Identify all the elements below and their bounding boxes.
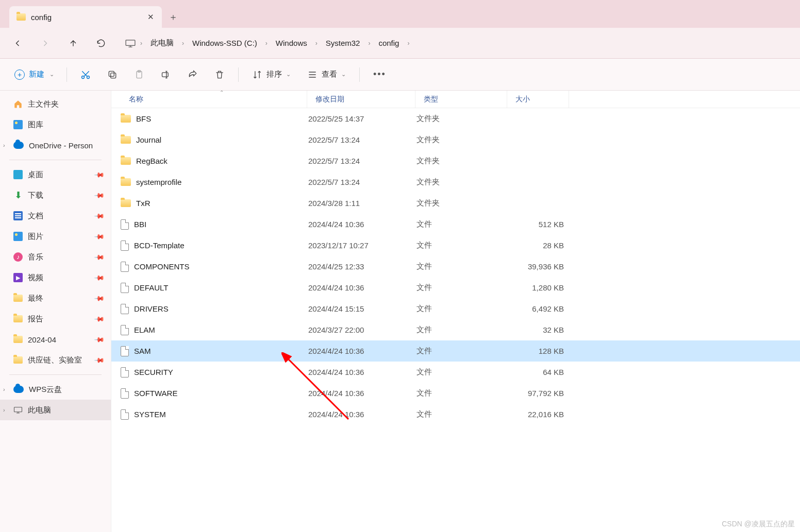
file-row[interactable]: ELAM 2024/3/27 22:00 文件 32 KB	[111, 319, 800, 340]
chevron-right-icon[interactable]: ›	[364, 40, 374, 47]
close-tab-button[interactable]: ✕	[143, 10, 158, 24]
file-type: 文件	[416, 346, 508, 356]
file-row[interactable]: SECURITY 2024/4/24 10:36 文件 64 KB	[111, 362, 800, 383]
sidebar-item-label: 供应链、实验室	[28, 355, 82, 365]
column-header-type[interactable]: 类型	[415, 91, 507, 108]
sidebar-item[interactable]: 最终 📌	[0, 288, 111, 308]
file-row[interactable]: COMPONENTS 2024/4/25 12:33 文件 39,936 KB	[111, 256, 800, 277]
file-icon	[121, 325, 129, 335]
sidebar-item[interactable]: ⬇ 下载 📌	[0, 185, 111, 205]
new-tab-button[interactable]: ＋	[162, 6, 185, 28]
file-type: 文件夹	[416, 156, 508, 166]
sidebar-item[interactable]: 文档 📌	[0, 205, 111, 226]
chevron-right-icon: ›	[3, 386, 5, 392]
sidebar-item-label: 桌面	[28, 170, 43, 180]
file-name: SOFTWARE	[134, 389, 177, 398]
column-header-name[interactable]: 名称	[111, 91, 307, 108]
sidebar-item[interactable]: 桌面 📌	[0, 164, 111, 185]
back-button[interactable]	[4, 33, 31, 54]
share-button[interactable]	[179, 64, 206, 85]
breadcrumb-seg[interactable]: Windows-SSD (C:)	[188, 36, 261, 50]
cut-button[interactable]	[72, 64, 99, 85]
file-icon	[121, 367, 129, 377]
file-row[interactable]: BBI 2024/4/24 10:36 文件 512 KB	[111, 214, 800, 235]
file-size: 28 KB	[508, 241, 564, 250]
new-button[interactable]: + 新建 ⌄	[7, 64, 61, 85]
browser-tab[interactable]: config ✕	[9, 6, 162, 28]
file-row[interactable]: SOFTWARE 2024/4/24 10:36 文件 97,792 KB	[111, 383, 800, 404]
sidebar-item[interactable]: 2024-04 📌	[0, 329, 111, 350]
file-row[interactable]: DRIVERS 2024/4/24 15:15 文件 6,492 KB	[111, 298, 800, 319]
file-date: 2024/4/24 10:36	[308, 410, 416, 419]
sidebar-item[interactable]: ♪ 音乐 📌	[0, 247, 111, 267]
file-type: 文件	[416, 367, 508, 377]
refresh-button[interactable]	[88, 33, 114, 54]
tab-title: config	[31, 13, 143, 22]
file-type: 文件	[416, 262, 508, 271]
file-row[interactable]: systemprofile 2022/5/7 13:24 文件夹	[111, 171, 800, 193]
chevron-right-icon: ›	[3, 142, 5, 148]
file-type: 文件	[416, 388, 508, 398]
sidebar-item[interactable]: 图片 📌	[0, 226, 111, 247]
sidebar-item[interactable]: › 此电脑	[0, 400, 111, 420]
sidebar-item[interactable]: › WPS云盘	[0, 379, 111, 400]
file-name: BFS	[136, 114, 151, 123]
pin-icon: 📌	[94, 169, 105, 180]
forward-button[interactable]	[32, 33, 59, 54]
pin-icon: 📌	[94, 313, 105, 324]
file-row[interactable]: RegBack 2022/5/7 13:24 文件夹	[111, 150, 800, 171]
file-row[interactable]: Journal 2022/5/7 13:24 文件夹	[111, 129, 800, 150]
file-name: BCD-Template	[134, 241, 185, 250]
address-bar: › 此电脑 › Windows-SSD (C:) › Windows › Sys…	[0, 28, 800, 59]
copy-button[interactable]	[99, 64, 126, 85]
sidebar-item[interactable]: 报告 📌	[0, 308, 111, 329]
sidebar-item[interactable]: ▶ 视频 📌	[0, 267, 111, 288]
watermark: CSDN @凌晨五点的星	[722, 520, 795, 529]
file-date: 2024/4/24 10:36	[308, 347, 416, 355]
column-header-date[interactable]: 修改日期	[307, 91, 415, 108]
chevron-right-icon[interactable]: ›	[178, 40, 188, 47]
sidebar-item[interactable]: › OneDrive - Person	[0, 135, 111, 156]
paste-button[interactable]	[126, 64, 153, 85]
delete-button[interactable]	[206, 64, 233, 85]
file-row[interactable]: BFS 2022/5/25 14:37 文件夹	[111, 108, 800, 129]
file-icon	[121, 219, 129, 230]
column-header-size[interactable]: 大小	[507, 91, 569, 108]
sidebar-item-label: WPS云盘	[29, 385, 62, 394]
breadcrumb-seg[interactable]: Windows	[272, 36, 311, 50]
file-row[interactable]: DEFAULT 2024/4/24 10:36 文件 1,280 KB	[111, 277, 800, 298]
file-row[interactable]: SYSTEM 2024/4/24 10:36 文件 22,016 KB	[111, 404, 800, 425]
breadcrumb[interactable]: › 此电脑 › Windows-SSD (C:) › Windows › Sys…	[121, 33, 796, 54]
more-button[interactable]: •••	[365, 64, 394, 85]
file-row[interactable]: SAM 2024/4/24 10:36 文件 128 KB	[111, 340, 800, 362]
svg-rect-0	[126, 40, 135, 45]
pin-icon: 📌	[94, 210, 105, 221]
sidebar-item-label: 音乐	[28, 252, 43, 262]
svg-rect-3	[111, 73, 116, 78]
chevron-right-icon[interactable]: ›	[261, 40, 272, 47]
column-headers: ⌃ 名称 修改日期 类型 大小	[111, 91, 800, 108]
file-type: 文件夹	[416, 135, 508, 145]
breadcrumb-seg[interactable]: config	[374, 36, 403, 50]
file-name: SAM	[134, 347, 151, 355]
pin-icon: 📌	[94, 251, 105, 263]
breadcrumb-seg[interactable]: System32	[322, 36, 364, 50]
up-button[interactable]	[60, 33, 87, 54]
chevron-right-icon[interactable]: ›	[311, 40, 322, 47]
file-row[interactable]: TxR 2024/3/28 1:11 文件夹	[111, 193, 800, 214]
chevron-right-icon[interactable]: ›	[136, 40, 146, 47]
file-row[interactable]: BCD-Template 2023/12/17 10:27 文件 28 KB	[111, 235, 800, 256]
sidebar-item[interactable]: 图库	[0, 114, 111, 135]
sort-button[interactable]: 排序 ⌄	[244, 64, 299, 85]
rename-button[interactable]	[153, 64, 179, 85]
sidebar-item[interactable]: 主文件夹	[0, 94, 111, 114]
file-name: SYSTEM	[134, 410, 166, 419]
folder-icon	[16, 13, 26, 21]
breadcrumb-root[interactable]: 此电脑	[146, 35, 178, 51]
chevron-right-icon[interactable]: ›	[403, 40, 413, 47]
file-type: 文件	[416, 241, 508, 250]
file-date: 2024/3/28 1:11	[308, 199, 416, 208]
sidebar-item[interactable]: 供应链、实验室 📌	[0, 350, 111, 370]
plus-circle-icon: +	[14, 70, 25, 80]
view-button[interactable]: 查看 ⌄	[299, 64, 354, 85]
